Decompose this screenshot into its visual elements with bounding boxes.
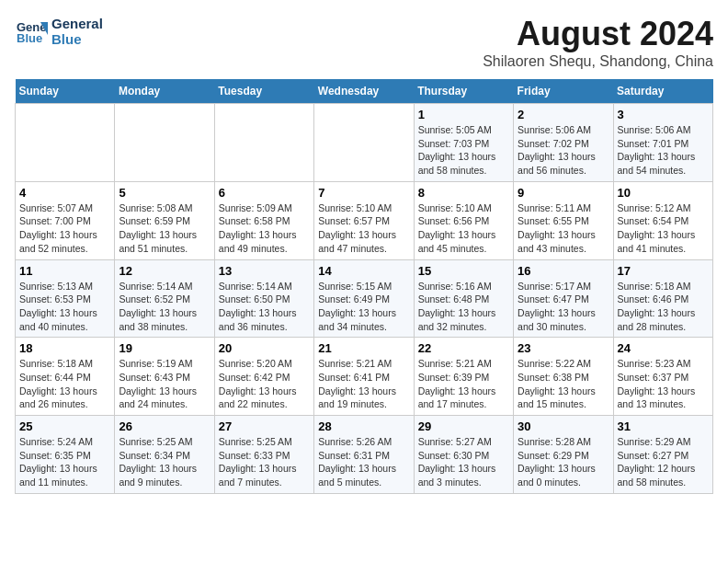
day-info: Sunrise: 5:10 AMSunset: 6:56 PMDaylight:… xyxy=(418,201,509,256)
day-number: 27 xyxy=(219,419,310,433)
logo-general: General xyxy=(51,16,103,31)
day-info: Sunrise: 5:16 AMSunset: 6:48 PMDaylight:… xyxy=(418,280,509,334)
day-number: 5 xyxy=(119,186,210,200)
calendar-cell xyxy=(314,104,414,182)
calendar-cell: 1Sunrise: 5:05 AMSunset: 7:03 PMDaylight… xyxy=(414,104,513,182)
calendar-cell: 29Sunrise: 5:27 AMSunset: 6:30 PMDayligh… xyxy=(414,416,513,494)
day-info: Sunrise: 5:05 AMSunset: 7:03 PMDaylight:… xyxy=(418,123,509,178)
calendar-cell: 26Sunrise: 5:25 AMSunset: 6:34 PMDayligh… xyxy=(115,416,214,494)
day-info: Sunrise: 5:18 AMSunset: 6:46 PMDaylight:… xyxy=(618,280,709,334)
day-number: 15 xyxy=(418,264,509,278)
calendar-cell: 2Sunrise: 5:06 AMSunset: 7:02 PMDaylight… xyxy=(514,104,613,182)
day-number: 6 xyxy=(219,186,310,200)
day-number: 25 xyxy=(19,419,110,433)
day-info: Sunrise: 5:22 AMSunset: 6:38 PMDaylight:… xyxy=(518,357,609,411)
day-number: 31 xyxy=(618,419,709,433)
day-info: Sunrise: 5:09 AMSunset: 6:58 PMDaylight:… xyxy=(219,201,310,256)
day-number: 8 xyxy=(418,186,509,200)
day-number: 1 xyxy=(418,108,509,121)
calendar-cell: 25Sunrise: 5:24 AMSunset: 6:35 PMDayligh… xyxy=(16,416,115,494)
day-number: 11 xyxy=(19,264,110,278)
day-number: 2 xyxy=(518,108,609,121)
day-info: Sunrise: 5:20 AMSunset: 6:42 PMDaylight:… xyxy=(219,357,310,411)
day-number: 3 xyxy=(618,108,709,121)
calendar-cell: 4Sunrise: 5:07 AMSunset: 7:00 PMDaylight… xyxy=(16,181,115,259)
day-info: Sunrise: 5:06 AMSunset: 7:01 PMDaylight:… xyxy=(618,123,709,178)
day-number: 30 xyxy=(518,419,609,433)
calendar-cell: 13Sunrise: 5:14 AMSunset: 6:50 PMDayligh… xyxy=(214,259,313,338)
calendar-header-row: SundayMondayTuesdayWednesdayThursdayFrid… xyxy=(16,79,713,104)
day-info: Sunrise: 5:29 AMSunset: 6:27 PMDaylight:… xyxy=(618,435,709,489)
day-number: 22 xyxy=(418,341,509,355)
day-info: Sunrise: 5:27 AMSunset: 6:30 PMDaylight:… xyxy=(418,435,509,489)
calendar-cell: 15Sunrise: 5:16 AMSunset: 6:48 PMDayligh… xyxy=(414,259,513,338)
day-number: 14 xyxy=(318,264,409,278)
day-number: 16 xyxy=(518,264,609,278)
day-info: Sunrise: 5:24 AMSunset: 6:35 PMDaylight:… xyxy=(19,435,110,489)
day-number: 9 xyxy=(518,186,609,200)
calendar-cell: 20Sunrise: 5:20 AMSunset: 6:42 PMDayligh… xyxy=(214,338,313,416)
day-number: 19 xyxy=(119,341,210,355)
calendar-cell: 23Sunrise: 5:22 AMSunset: 6:38 PMDayligh… xyxy=(514,338,613,416)
calendar-cell: 30Sunrise: 5:28 AMSunset: 6:29 PMDayligh… xyxy=(514,416,613,494)
day-info: Sunrise: 5:23 AMSunset: 6:37 PMDaylight:… xyxy=(618,357,709,411)
day-info: Sunrise: 5:19 AMSunset: 6:43 PMDaylight:… xyxy=(119,357,210,411)
calendar-cell xyxy=(214,104,313,182)
day-info: Sunrise: 5:18 AMSunset: 6:44 PMDaylight:… xyxy=(19,357,110,411)
calendar-cell: 14Sunrise: 5:15 AMSunset: 6:49 PMDayligh… xyxy=(314,259,414,338)
calendar-cell: 17Sunrise: 5:18 AMSunset: 6:46 PMDayligh… xyxy=(613,259,712,338)
calendar-cell: 5Sunrise: 5:08 AMSunset: 6:59 PMDaylight… xyxy=(115,181,214,259)
logo-icon: General Blue xyxy=(15,15,48,48)
day-info: Sunrise: 5:25 AMSunset: 6:34 PMDaylight:… xyxy=(119,435,210,489)
day-header-saturday: Saturday xyxy=(613,79,712,104)
day-number: 21 xyxy=(318,341,409,355)
day-number: 10 xyxy=(618,186,709,200)
page-header: General Blue General Blue August 2024 Sh… xyxy=(15,15,713,70)
day-info: Sunrise: 5:14 AMSunset: 6:50 PMDaylight:… xyxy=(219,280,310,334)
day-info: Sunrise: 5:07 AMSunset: 7:00 PMDaylight:… xyxy=(19,201,110,256)
calendar-cell: 10Sunrise: 5:12 AMSunset: 6:54 PMDayligh… xyxy=(613,181,712,259)
svg-text:Blue: Blue xyxy=(17,31,42,45)
day-number: 18 xyxy=(19,341,110,355)
calendar-table: SundayMondayTuesdayWednesdayThursdayFrid… xyxy=(15,79,713,494)
calendar-week-row: 4Sunrise: 5:07 AMSunset: 7:00 PMDaylight… xyxy=(16,181,713,259)
day-info: Sunrise: 5:10 AMSunset: 6:57 PMDaylight:… xyxy=(318,201,409,256)
day-number: 23 xyxy=(518,341,609,355)
calendar-cell: 22Sunrise: 5:21 AMSunset: 6:39 PMDayligh… xyxy=(414,338,513,416)
day-info: Sunrise: 5:06 AMSunset: 7:02 PMDaylight:… xyxy=(518,123,609,178)
calendar-cell: 9Sunrise: 5:11 AMSunset: 6:55 PMDaylight… xyxy=(514,181,613,259)
day-number: 17 xyxy=(618,264,709,278)
day-info: Sunrise: 5:17 AMSunset: 6:47 PMDaylight:… xyxy=(518,280,609,334)
calendar-week-row: 11Sunrise: 5:13 AMSunset: 6:53 PMDayligh… xyxy=(16,259,713,338)
calendar-cell: 6Sunrise: 5:09 AMSunset: 6:58 PMDaylight… xyxy=(214,181,313,259)
calendar-cell: 18Sunrise: 5:18 AMSunset: 6:44 PMDayligh… xyxy=(16,338,115,416)
subtitle: Shilaoren Shequ, Shandong, China xyxy=(483,53,713,70)
day-info: Sunrise: 5:15 AMSunset: 6:49 PMDaylight:… xyxy=(318,280,409,334)
day-header-sunday: Sunday xyxy=(16,79,115,104)
day-number: 28 xyxy=(318,419,409,433)
calendar-cell: 3Sunrise: 5:06 AMSunset: 7:01 PMDaylight… xyxy=(613,104,712,182)
calendar-cell: 21Sunrise: 5:21 AMSunset: 6:41 PMDayligh… xyxy=(314,338,414,416)
logo: General Blue General Blue xyxy=(15,15,103,48)
day-info: Sunrise: 5:12 AMSunset: 6:54 PMDaylight:… xyxy=(618,201,709,256)
calendar-body: 1Sunrise: 5:05 AMSunset: 7:03 PMDaylight… xyxy=(16,104,713,494)
calendar-cell: 8Sunrise: 5:10 AMSunset: 6:56 PMDaylight… xyxy=(414,181,513,259)
day-header-friday: Friday xyxy=(514,79,613,104)
day-info: Sunrise: 5:13 AMSunset: 6:53 PMDaylight:… xyxy=(19,280,110,334)
calendar-week-row: 18Sunrise: 5:18 AMSunset: 6:44 PMDayligh… xyxy=(16,338,713,416)
day-number: 20 xyxy=(219,341,310,355)
day-number: 13 xyxy=(219,264,310,278)
day-number: 7 xyxy=(318,186,409,200)
calendar-cell: 7Sunrise: 5:10 AMSunset: 6:57 PMDaylight… xyxy=(314,181,414,259)
calendar-cell: 31Sunrise: 5:29 AMSunset: 6:27 PMDayligh… xyxy=(613,416,712,494)
title-block: August 2024 Shilaoren Shequ, Shandong, C… xyxy=(483,15,713,70)
calendar-cell: 27Sunrise: 5:25 AMSunset: 6:33 PMDayligh… xyxy=(214,416,313,494)
calendar-cell: 16Sunrise: 5:17 AMSunset: 6:47 PMDayligh… xyxy=(514,259,613,338)
day-info: Sunrise: 5:08 AMSunset: 6:59 PMDaylight:… xyxy=(119,201,210,256)
day-info: Sunrise: 5:11 AMSunset: 6:55 PMDaylight:… xyxy=(518,201,609,256)
calendar-cell: 19Sunrise: 5:19 AMSunset: 6:43 PMDayligh… xyxy=(115,338,214,416)
calendar-cell: 24Sunrise: 5:23 AMSunset: 6:37 PMDayligh… xyxy=(613,338,712,416)
main-title: August 2024 xyxy=(483,15,713,53)
day-header-wednesday: Wednesday xyxy=(314,79,414,104)
calendar-cell: 11Sunrise: 5:13 AMSunset: 6:53 PMDayligh… xyxy=(16,259,115,338)
